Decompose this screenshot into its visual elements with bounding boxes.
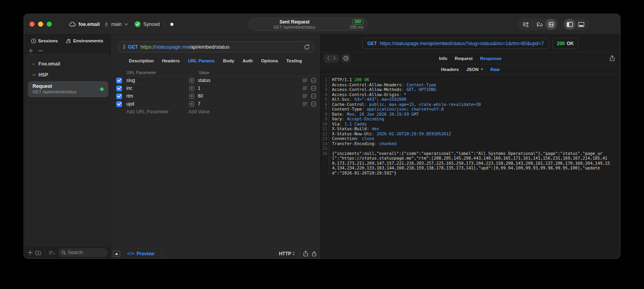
response-line: 8Date: Mon, 26 Jan 2026 20:29:59 GMT — [321, 112, 611, 117]
request-list-item-selected[interactable]: Request GET /api/embed/status — [28, 81, 108, 97]
param-row-rtm[interactable]: rtm=60 — [111, 92, 320, 100]
new-request-button[interactable] — [28, 250, 33, 255]
sidebar-tab-environments[interactable]: Environments — [66, 38, 103, 44]
new-folder-icon[interactable] — [35, 250, 41, 255]
dynamic-values-button[interactable] — [534, 19, 545, 30]
response-status-box: 200 OK — [552, 38, 578, 49]
response-subtab-json[interactable]: JSON — [466, 67, 483, 72]
response-subtab-raw[interactable]: Raw — [491, 67, 500, 72]
close-window-button[interactable] — [29, 22, 35, 27]
remove-param-icon[interactable] — [311, 101, 316, 107]
param-name[interactable]: rtm — [126, 93, 189, 99]
response-tab-info[interactable]: Info — [439, 56, 447, 61]
chevron-down-icon — [33, 74, 36, 76]
method-stepper-icon[interactable] — [123, 45, 126, 49]
response-url: https://statuspage.me/api/embed/status?s… — [380, 41, 544, 46]
line-content: Date: Mon, 26 Jan 2026 20:29:59 GMT — [329, 112, 419, 117]
export-response-icon[interactable] — [610, 55, 615, 61]
editor-tab-description[interactable]: Description — [129, 58, 153, 63]
remove-request-button[interactable] — [38, 49, 43, 53]
remove-param-icon[interactable] — [311, 78, 316, 83]
toggle-sidebar-button[interactable] — [564, 19, 575, 30]
toggle-bottom-panel-button[interactable] — [575, 19, 587, 30]
line-content: Content-Type: application/json; charset=… — [329, 107, 443, 112]
sent-request-summary[interactable]: Sent Request GET /api/embed/status 200 2… — [248, 18, 368, 31]
response-subtab-headers[interactable]: Headers — [441, 67, 459, 72]
request-url[interactable]: https://statuspage.me/api/embed/status — [140, 44, 230, 50]
add-param-name-placeholder[interactable]: Add URL Parameter — [116, 109, 188, 115]
response-line: 1HTTP/1.1 200 OK — [321, 77, 611, 82]
remove-param-icon[interactable] — [311, 93, 316, 99]
line-content: {"incidents":null,"overall":{"code":"ope… — [329, 151, 611, 176]
sidebar-search[interactable] — [58, 248, 108, 257]
remove-param-icon[interactable] — [311, 85, 316, 91]
tree-group-hsp[interactable]: HSP — [26, 69, 110, 80]
tree-group-foe-email[interactable]: › Foe.email — [26, 58, 110, 69]
param-name[interactable]: slug — [126, 78, 189, 83]
branch-chevron-down-icon[interactable] — [124, 23, 128, 25]
add-param-value-placeholder[interactable]: Add Value — [188, 109, 316, 115]
editor-tab-options[interactable]: Options — [261, 58, 278, 63]
workspace-name[interactable]: foe.email — [78, 22, 100, 27]
editor-tab-url-params[interactable]: URL Params — [188, 58, 215, 63]
param-row-slug[interactable]: slug=status — [111, 76, 320, 84]
zoom-window-button[interactable] — [47, 22, 52, 27]
param-name[interactable]: upd — [126, 101, 189, 107]
param-value[interactable]: 1 — [198, 85, 303, 91]
editor-tab-testing[interactable]: Testing — [286, 58, 302, 63]
search-input[interactable] — [68, 250, 104, 255]
sync-status[interactable]: Synced — [143, 22, 160, 27]
editor-tab-body[interactable]: Body — [223, 58, 234, 63]
expand-panel-button[interactable] — [113, 251, 120, 257]
param-options-icon[interactable] — [303, 86, 307, 90]
editor-tab-auth[interactable]: Auth — [243, 58, 253, 63]
params-add-row[interactable]: Add URL Parameter Add Value — [111, 108, 320, 116]
param-value[interactable]: 7 — [198, 101, 303, 107]
param-row-upd[interactable]: upd=7 — [111, 100, 320, 108]
param-row-inc[interactable]: inc=1 — [111, 84, 320, 92]
param-options-icon[interactable] — [303, 94, 307, 98]
lock-icon[interactable] — [312, 251, 316, 256]
preview-button[interactable]: </> Preview — [127, 251, 154, 256]
line-number: 12 — [321, 131, 329, 136]
request-method[interactable]: GET — [128, 44, 138, 50]
import-export-button[interactable] — [545, 19, 556, 30]
param-checkbox[interactable] — [116, 101, 122, 107]
history-clock-icon — [31, 38, 36, 44]
share-icon[interactable] — [303, 251, 308, 256]
minimize-window-button[interactable] — [38, 22, 43, 27]
param-value[interactable]: 60 — [198, 93, 303, 99]
param-checkbox[interactable] — [116, 78, 122, 84]
history-back-button[interactable] — [325, 56, 331, 60]
protocol-selector[interactable]: HTTP — [279, 251, 295, 256]
response-body[interactable]: 1HTTP/1.1 200 OK2Access-Control-Allow-He… — [321, 75, 620, 259]
response-tab-request[interactable]: Request — [455, 56, 473, 61]
sidebar-tab-sessions[interactable]: Sessions — [31, 38, 58, 44]
param-name[interactable]: inc — [126, 85, 189, 91]
response-line: 7Content-Type: application/json; charset… — [321, 107, 611, 112]
line-content: Vary: Accept-Encoding — [329, 116, 384, 122]
send-all-requests-button[interactable] — [520, 19, 532, 30]
sort-filter-icon[interactable] — [49, 251, 55, 255]
param-checkbox[interactable] — [116, 85, 122, 91]
environments-icon — [66, 38, 71, 44]
response-tabs: InfoRequestResponse — [321, 56, 620, 61]
response-tab-response[interactable]: Response — [480, 56, 502, 61]
response-request-line[interactable]: GET https://statuspage.me/api/embed/stat… — [362, 38, 549, 49]
param-options-icon[interactable] — [303, 78, 307, 82]
app-window: foe.email main Synced — [24, 14, 620, 259]
editor-tab-headers[interactable]: Headers — [162, 58, 180, 63]
history-forward-button[interactable] — [332, 56, 338, 60]
branch-name[interactable]: main — [111, 22, 122, 27]
resend-request-icon[interactable] — [304, 44, 310, 50]
param-value[interactable]: status — [198, 78, 303, 83]
response-history-button[interactable] — [341, 54, 350, 63]
param-options-icon[interactable] — [303, 102, 307, 106]
line-number: 16 — [321, 151, 329, 176]
param-checkbox[interactable] — [116, 93, 122, 99]
response-line: 4Access-Control-Allow-Origin: * — [321, 92, 611, 97]
add-request-button[interactable] — [29, 49, 33, 53]
request-url-bar[interactable]: GET https://statuspage.me/api/embed/stat… — [119, 41, 314, 53]
params-rows: slug=statusinc=1rtm=60upd=7 — [111, 76, 320, 108]
line-number: 8 — [321, 112, 329, 117]
